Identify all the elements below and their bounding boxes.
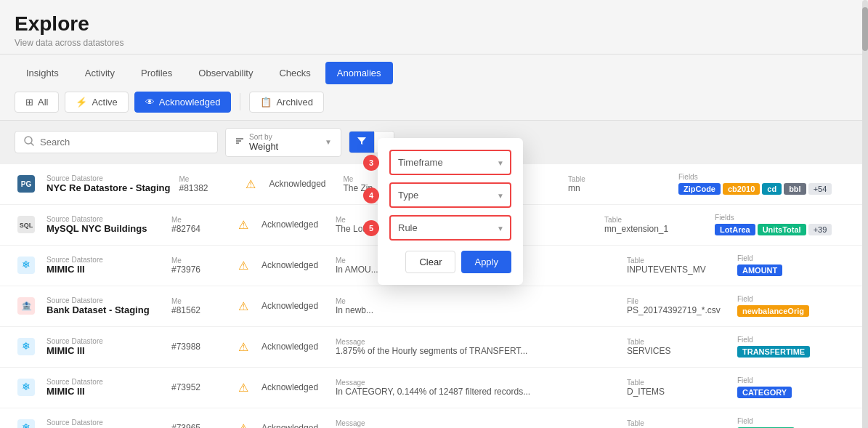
- row-fields-3: Field AMOUNT: [737, 254, 853, 276]
- lightning-icon: ⚡: [76, 97, 87, 108]
- row-icon-mysql: SQL: [15, 213, 38, 236]
- sort-chevron-icon: ▼: [325, 138, 332, 146]
- step-badge-3: 3: [363, 155, 379, 171]
- filter-funnel-button[interactable]: [349, 132, 374, 153]
- row-msg-5: Message 1.875% of the Hourly segments of…: [336, 338, 618, 356]
- warning-icon: ⚠: [238, 259, 248, 272]
- svg-text:🏦: 🏦: [21, 300, 32, 311]
- tab-activity[interactable]: Activity: [73, 62, 126, 84]
- header: Explore View data across datastores: [0, 0, 868, 54]
- svg-text:PG: PG: [21, 180, 32, 188]
- row-icon-snowflake2: ❄: [15, 335, 38, 358]
- row-table-4: File PS_20174392719_*.csv: [627, 297, 729, 315]
- filter-all[interactable]: ⊞ All: [15, 92, 59, 113]
- svg-text:❄: ❄: [22, 259, 31, 270]
- row-msg-4: Me In newb...: [336, 297, 618, 315]
- row-msg-7: Message In STARTDATE, 0.375% of 10398 fi…: [336, 419, 618, 428]
- row-icon-snowflake3: ❄: [15, 376, 38, 399]
- row-table-2: Table mn_extension_1: [604, 216, 706, 234]
- page-subtitle: View data across datastores: [15, 38, 853, 48]
- row-source-6: Source Datastore MIMIC III: [46, 378, 163, 397]
- popup-row-rule: 5 Rule: [389, 215, 511, 241]
- row-icon-bank: 🏦: [15, 294, 38, 318]
- table-row[interactable]: ❄ Source Datastore MIMIC III #73965 ⚠ Ac…: [0, 408, 868, 428]
- page-wrapper: Explore View data across datastores Insi…: [0, 0, 868, 428]
- nav-tabs: Insights Activity Profiles Observability…: [0, 54, 868, 84]
- sort-dropdown[interactable]: Sort by Weight ▼: [225, 128, 341, 157]
- row-table-3: Table INPUTEVENTS_MV: [627, 257, 729, 275]
- table-row[interactable]: 🏦 Source Datastore Bank Dataset - Stagin…: [0, 286, 868, 327]
- popup-actions: Clear Apply: [389, 251, 511, 273]
- warning-icon: ⚠: [246, 177, 256, 191]
- row-fields-7: Field STARTDATE: [737, 417, 853, 428]
- table-row[interactable]: ❄ Source Datastore MIMIC III #73952 ⚠ Ac…: [0, 368, 868, 408]
- archive-icon: 📋: [260, 97, 272, 108]
- tab-profiles[interactable]: Profiles: [129, 62, 184, 84]
- tab-observability[interactable]: Observability: [187, 62, 264, 84]
- clear-button[interactable]: Clear: [405, 251, 455, 273]
- table-row[interactable]: ❄ Source Datastore MIMIC III #73988 ⚠ Ac…: [0, 327, 868, 368]
- row-fields-6: Field CATEGORY: [737, 376, 853, 398]
- apply-button[interactable]: Apply: [461, 251, 511, 273]
- warning-icon: ⚠: [238, 340, 248, 354]
- filter-popup: 3 Timeframe 4 Type 5 Rule: [378, 138, 523, 285]
- tab-checks[interactable]: Checks: [267, 62, 322, 84]
- row-table-5: Table SERVICES: [627, 338, 729, 356]
- search-input[interactable]: [40, 137, 208, 148]
- svg-text:❄: ❄: [22, 421, 31, 428]
- row-source-7: Source Datastore MIMIC III: [46, 419, 163, 428]
- row-table-7: Table PRESCRIPTIONS: [627, 419, 729, 428]
- row-fields-2: Fields LotArea UnitsTotal +39: [715, 214, 853, 235]
- sort-icon: [235, 136, 245, 148]
- rule-select-wrap: Rule: [389, 215, 511, 241]
- row-source-2: Source Datastore MySQL NYC Buildings: [46, 215, 163, 234]
- timeframe-select[interactable]: Timeframe: [389, 150, 511, 175]
- filter-archived[interactable]: 📋 Archived: [249, 92, 324, 113]
- svg-line-1: [31, 143, 33, 145]
- row-icon-snowflake4: ❄: [15, 416, 38, 428]
- row-fields-5: Field TRANSFERTIME: [737, 336, 853, 358]
- search-box[interactable]: [15, 131, 218, 153]
- row-source-3: Source Datastore MIMIC III: [46, 256, 163, 275]
- row-source-4: Source Datastore Bank Dataset - Staging: [46, 296, 163, 315]
- filter-active[interactable]: ⚡ Active: [65, 92, 128, 113]
- filter-acknowledged[interactable]: 👁 Acknowledged: [134, 92, 232, 113]
- svg-text:❄: ❄: [22, 381, 31, 392]
- warning-icon: ⚠: [238, 381, 248, 395]
- row-source-5: Source Datastore MIMIC III: [46, 337, 163, 356]
- type-select[interactable]: Type: [389, 182, 511, 208]
- timeframe-select-wrap: Timeframe: [389, 150, 511, 175]
- search-icon: [24, 136, 34, 148]
- row-table-6: Table D_ITEMS: [627, 379, 729, 397]
- svg-text:❄: ❄: [22, 340, 31, 352]
- row-table-1: Table mn: [568, 175, 670, 193]
- popup-row-type: 4 Type: [389, 182, 511, 208]
- page-title: Explore: [15, 12, 853, 36]
- step-badge-5: 5: [363, 220, 379, 236]
- svg-text:SQL: SQL: [20, 222, 33, 229]
- scrollbar[interactable]: [862, 0, 868, 428]
- step-badge-4: 4: [363, 187, 379, 203]
- warning-icon: ⚠: [238, 421, 248, 428]
- row-fields-4: Field newbalanceOrig: [737, 295, 853, 317]
- sort-value: Weight: [249, 141, 278, 152]
- popup-row-timeframe: 3 Timeframe: [389, 150, 511, 175]
- tab-insights[interactable]: Insights: [15, 62, 70, 84]
- scrollbar-thumb[interactable]: [862, 7, 868, 51]
- sort-label: Sort by: [249, 133, 278, 141]
- eye-icon: 👁: [145, 97, 155, 108]
- row-fields-1: Fields ZipCode cb2010 cd bbl +54: [678, 173, 853, 195]
- warning-icon: ⚠: [238, 218, 248, 232]
- warning-icon: ⚠: [238, 299, 248, 313]
- row-icon-postgres: PG: [15, 172, 38, 195]
- filter-row: ⊞ All ⚡ Active 👁 Acknowledged 📋 Archived: [0, 84, 868, 121]
- row-msg-6: Message In CATEGORY, 0.144% of 12487 fil…: [336, 379, 618, 397]
- filter-separator: [240, 93, 240, 110]
- type-select-wrap: Type: [389, 182, 511, 208]
- layers-icon: ⊞: [25, 97, 33, 108]
- row-source-1: Source Datastore NYC Re Datastore - Stag…: [46, 174, 170, 193]
- row-icon-snowflake: ❄: [15, 254, 38, 277]
- rule-select[interactable]: Rule: [389, 215, 511, 241]
- tab-anomalies[interactable]: Anomalies: [325, 62, 393, 84]
